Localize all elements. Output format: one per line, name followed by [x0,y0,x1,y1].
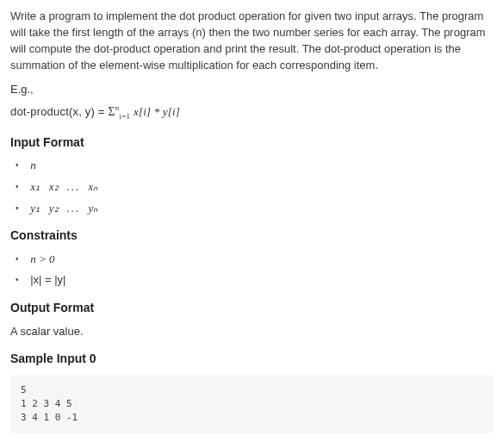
sum-lower: i=1 [120,112,131,121]
var-x1: x₁ [30,180,40,193]
example-label: E.g., [10,82,493,98]
var-yn: yₙ [89,202,98,215]
constraints-heading: Constraints [10,227,493,244]
ellipsis: ... [66,202,80,215]
output-format-heading: Output Format [10,299,493,316]
formula-summation: Σni=1 [108,105,133,118]
var-x2: x₂ [49,180,59,193]
output-format-desc: A scalar value. [10,324,493,340]
list-item: n > 0 [16,252,493,268]
var-y2: y₂ [49,202,59,215]
sample-input-0-code: 5 1 2 3 4 5 3 4 1 0 -1 [10,375,493,433]
list-item: x₁ x₂ ... xₙ [16,179,493,196]
constraints-list: n > 0 |x| = |y| [10,252,493,289]
list-item: n [16,158,493,174]
constraint-equal-length: |x| = |y| [30,273,65,286]
var-y1: y₁ [30,202,40,215]
formula-lhs: dot-product(x, y) = [10,105,105,118]
list-item: |x| = |y| [16,272,493,289]
sample-input-0-heading: Sample Input 0 [10,350,493,367]
input-format-heading: Input Format [10,134,493,151]
problem-description: Write a program to implement the dot pro… [10,9,493,73]
sample-output-0-heading: Sample Output 0 [10,445,493,448]
var-n: n [30,159,36,171]
input-format-list: n x₁ x₂ ... xₙ y₁ y₂ ... yₙ [10,158,493,217]
ellipsis: ... [66,180,80,193]
formula: dot-product(x, y) = Σni=1 x[i] * y[i] [10,103,493,121]
sum-symbol: Σ [108,105,115,118]
constraint-n-positive: n > 0 [30,252,54,265]
list-item: y₁ y₂ ... yₙ [16,201,493,217]
formula-body: x[i] * y[i] [134,105,180,118]
var-xn: xₙ [89,180,98,193]
